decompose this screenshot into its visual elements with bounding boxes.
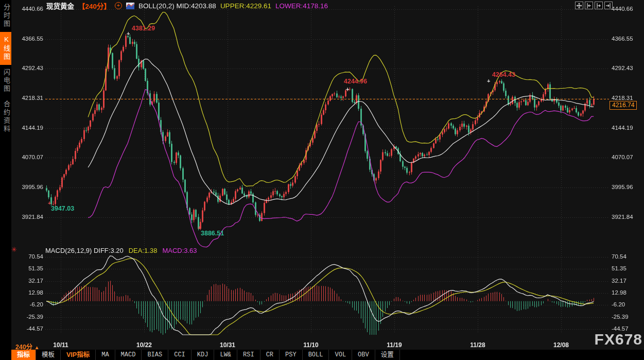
toolbar-tab-ma[interactable]: MA xyxy=(96,350,115,360)
expand-bars-icon[interactable] xyxy=(595,2,603,9)
crosshair-icon[interactable] xyxy=(575,2,583,9)
indicator-settings-icon[interactable]: ✳ xyxy=(11,246,17,253)
toolbar-tab-模板[interactable]: 模板 xyxy=(36,350,61,360)
y-axis-label-main-right: 4144.19 xyxy=(612,125,633,131)
toolbar-tab-psy[interactable]: PSY xyxy=(280,350,303,360)
extreme-marker: + xyxy=(346,86,349,92)
macd-header: MACD(26,12,9) DIFF:3.20 DEA:1.38 MACD:3.… xyxy=(45,247,197,254)
shift-chart-icon[interactable] xyxy=(604,2,613,9)
shrink-bars-icon[interactable] xyxy=(585,2,593,9)
indicator-toolbar: 指标模板VIP指标MAMACDBIASCCIKDJLW&RSICRPSYBOLL… xyxy=(11,350,644,360)
toolbar-tab-bias[interactable]: BIAS xyxy=(142,350,168,360)
chart-toolbar-icons xyxy=(575,2,613,9)
y-axis-label-macd-right: 32.17 xyxy=(612,278,626,284)
y-axis-label-macd-left: 32.17 xyxy=(12,278,43,284)
boll-mid-readout: BOLL(20,2) MID:4203.88 xyxy=(138,2,216,10)
y-axis-label-macd-left: 70.54 xyxy=(12,253,43,260)
watermark-logo: FX678 xyxy=(595,331,642,348)
toolbar-tab-lw&[interactable]: LW& xyxy=(214,350,237,360)
y-axis-label-macd-left: -6.20 xyxy=(12,301,43,307)
y-axis-label-main-right: 4218.31 xyxy=(612,95,633,101)
extreme-marker: + xyxy=(48,200,51,206)
period-badge[interactable]: 【240分】 xyxy=(78,1,111,11)
symbol-name: 现货黄金 xyxy=(46,1,74,11)
macd-diff-readout: MACD(26,12,9) DIFF:3.20 xyxy=(45,247,124,254)
price-annotation: 4381.29 xyxy=(132,25,155,32)
toolbar-tab-obv[interactable]: OBV xyxy=(352,350,375,360)
y-axis-label-main-left: 4070.07 xyxy=(12,154,43,160)
y-axis-label-main-right: 4070.07 xyxy=(612,154,633,160)
y-axis-label-main-left: 3921.84 xyxy=(12,214,43,220)
x-axis-date-label: 10/22 xyxy=(136,341,152,349)
x-axis-date-label: 11/28 xyxy=(470,341,485,349)
price-annotation: 4244.96 xyxy=(344,78,367,85)
y-axis-label-main-right: 3995.96 xyxy=(612,184,633,190)
y-axis-label-macd-right: -25.39 xyxy=(612,314,629,320)
boll-lower-readout: LOWER:4178.16 xyxy=(275,2,328,10)
y-axis-label-main-right: 4440.66 xyxy=(612,6,633,12)
add-indicator-icon[interactable]: + xyxy=(115,2,122,9)
chart-canvas[interactable] xyxy=(0,0,644,360)
toolbar-tab-设置[interactable]: 设置 xyxy=(375,350,400,360)
sidebar-item-active[interactable]: K线图 xyxy=(0,32,11,65)
toolbar-tab-vip指标[interactable]: VIP指标 xyxy=(61,350,96,360)
x-axis-date-label: 11/19 xyxy=(387,341,402,349)
topbar: 现货黄金 【240分】 + BOLL(20,2) MID:4203.88 UPP… xyxy=(46,1,328,10)
sidebar: 分时图K线图闪电图合约资料 xyxy=(0,0,11,360)
y-axis-label-main-left: 3995.96 xyxy=(12,184,43,190)
toolbar-tab-cci[interactable]: CCI xyxy=(168,350,192,360)
extreme-marker: + xyxy=(127,30,130,37)
y-axis-label-main-left: 4366.55 xyxy=(12,36,43,42)
y-axis-label-main-right: 3921.84 xyxy=(612,214,633,220)
toolbar-tab-boll[interactable]: BOLL xyxy=(303,350,329,360)
price-annotation: 4264.43 xyxy=(492,71,515,78)
y-axis-label-main-left: 4292.43 xyxy=(12,65,43,71)
sidebar-item-tab[interactable]: 合约资料 xyxy=(0,97,11,137)
price-annotation: 3947.03 xyxy=(51,205,74,212)
y-axis-label-macd-right: 12.98 xyxy=(612,289,626,296)
y-axis-label-main-left: 4144.19 xyxy=(12,125,43,131)
boll-upper-readout: UPPER:4229.61 xyxy=(220,2,271,10)
macd-dea-readout: DEA:1.38 xyxy=(129,247,158,254)
y-axis-label-macd-right: -44.57 xyxy=(612,325,629,332)
toolbar-tab-macd[interactable]: MACD xyxy=(115,350,142,360)
sidebar-item-tab[interactable]: 闪电图 xyxy=(0,65,11,97)
y-axis-label-macd-right: 51.35 xyxy=(612,265,626,271)
y-axis-label-main-right: 4292.43 xyxy=(612,65,633,71)
y-axis-label-macd-left: -25.39 xyxy=(12,314,43,320)
toolbar-tab-kdj[interactable]: KDJ xyxy=(192,350,215,360)
y-axis-label-macd-left: 12.98 xyxy=(12,289,43,296)
y-axis-label-main-right: 4366.55 xyxy=(612,36,633,42)
y-axis-label-macd-left: 51.35 xyxy=(12,265,43,271)
toolbar-tab-rsi[interactable]: RSI xyxy=(237,350,260,360)
y-axis-label-macd-right: -6.20 xyxy=(612,301,625,307)
y-axis-label-macd-right: 70.54 xyxy=(612,253,626,260)
price-annotation: 3886.51 xyxy=(201,230,224,237)
macd-value-readout: MACD:3.63 xyxy=(162,247,197,254)
toolbar-tab-vol[interactable]: VOL xyxy=(329,350,352,360)
chart-thumbnail-icon[interactable] xyxy=(126,3,134,9)
toolbar-tab-cr[interactable]: CR xyxy=(260,350,280,360)
x-axis-date-label: 10/31 xyxy=(220,341,235,349)
y-axis-label-main-left: 4440.66 xyxy=(12,6,43,12)
sidebar-item-tab[interactable]: 分时图 xyxy=(0,0,11,32)
y-axis-label-main-left: 4218.31 xyxy=(12,95,43,101)
toolbar-tab-指标[interactable]: 指标 xyxy=(11,350,36,360)
trading-app: 分时图K线图闪电图合约资料 现货黄金 【240分】 + BOLL(20,2) M… xyxy=(0,0,644,360)
y-axis-label-macd-left: -44.57 xyxy=(12,325,43,332)
x-axis-date-label: 10/11 xyxy=(53,341,68,349)
x-axis-date-label: 12/08 xyxy=(553,341,569,349)
last-price-tag: 4216.74 xyxy=(610,101,637,110)
x-axis-date-label: 11/10 xyxy=(303,341,318,349)
extreme-marker: + xyxy=(198,225,201,231)
extreme-marker: + xyxy=(487,78,490,84)
